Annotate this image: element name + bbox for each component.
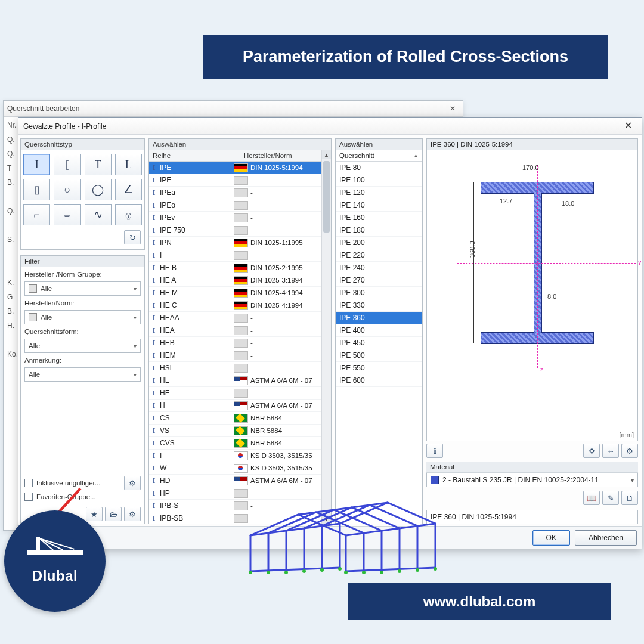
reihe-row[interactable]: ICSNBR 5884 [149, 412, 331, 425]
material-header: Material [426, 462, 638, 473]
qs-row[interactable]: IPE 500 [336, 349, 422, 362]
filter-anm-select[interactable]: Alle▾ [24, 367, 141, 382]
reihe-row[interactable]: IIPEo- [149, 199, 331, 212]
qs-row[interactable]: IPE 300 [336, 287, 422, 299]
fav-folder-icon[interactable]: 🗁 [105, 507, 122, 521]
reihe-row[interactable]: IHEA- [149, 324, 331, 337]
qs-row[interactable]: IPE 240 [336, 262, 422, 274]
type-cell-2[interactable]: T [85, 154, 112, 175]
material-select[interactable]: 2 - Baustahl S 235 JR | DIN EN 10025-2:2… [426, 473, 638, 487]
type-cell-0[interactable]: I [23, 154, 50, 175]
qs-column-header[interactable]: Querschnitt▲ [336, 150, 422, 162]
view-dim-icon[interactable]: ↔ [602, 444, 619, 458]
reihe-row[interactable]: IHP- [149, 487, 331, 500]
svg-point-10 [398, 569, 401, 573]
reihe-row[interactable]: II- [149, 249, 331, 262]
reihe-row[interactable]: IHLASTM A 6/A 6M - 07 [149, 374, 331, 387]
qs-row[interactable]: IPE 180 [336, 224, 422, 237]
reihe-row[interactable]: IWKS D 3503, 3515/35 [149, 462, 331, 475]
filter-form-select[interactable]: Alle▾ [24, 339, 141, 353]
close-button[interactable]: ✕ [619, 120, 637, 132]
filter-norm-select[interactable]: Alle▾ [24, 310, 141, 324]
mat-lib-icon[interactable]: 📖 [583, 491, 600, 505]
svg-point-5 [320, 568, 324, 572]
type-cell-7[interactable]: ∠ [115, 179, 142, 200]
chk-invalid-config-icon[interactable]: ⚙ [124, 476, 141, 490]
scroll-up-icon[interactable]: ▲ [322, 150, 331, 159]
reihe-row[interactable]: IIPE 750- [149, 224, 331, 237]
reihe-row[interactable]: IIPB-SB- [149, 512, 331, 524]
reihe-row[interactable]: IHASTM A 6/A 6M - 07 [149, 400, 331, 412]
svg-point-1 [249, 571, 252, 574]
type-cell-1[interactable]: [ [54, 154, 80, 175]
qs-row[interactable]: IPE 400 [336, 324, 422, 337]
col-reihe[interactable]: Reihe [149, 150, 240, 161]
reihe-row[interactable]: IIPNDIN 1025-1:1995 [149, 237, 331, 249]
reihe-row[interactable]: IIPEDIN 1025-5:1994 [149, 162, 331, 174]
qs-row[interactable]: IPE 270 [336, 274, 422, 287]
scroll-thumb[interactable] [323, 161, 330, 233]
qs-row[interactable]: IPE 200 [336, 237, 422, 249]
qs-row[interactable]: IPE 160 [336, 212, 422, 224]
reihe-row[interactable]: IIPEa- [149, 187, 331, 199]
reihe-row[interactable]: IHEM- [149, 349, 331, 362]
headline-banner: Parameterization of Rolled Cross-Section… [203, 35, 608, 79]
qs-row[interactable]: IPE 550 [336, 362, 422, 374]
type-cell-10[interactable]: ∿ [85, 204, 112, 225]
qs-row[interactable]: IPE 140 [336, 199, 422, 212]
qs-row[interactable]: IPE 220 [336, 249, 422, 262]
mat-edit-icon[interactable]: ✎ [602, 491, 619, 505]
scroll-down-icon[interactable]: ▼ [322, 515, 331, 524]
type-cell-8[interactable]: ⌐ [23, 204, 50, 225]
ok-button[interactable]: OK [532, 530, 570, 546]
reihe-row[interactable]: IIPE- [149, 174, 331, 187]
reihe-row[interactable]: IHE ADIN 1025-3:1994 [149, 274, 331, 287]
type-cell-11[interactable]: ⍹ [115, 204, 142, 225]
bg-window-close-icon[interactable]: ✕ [446, 104, 459, 113]
reihe-row[interactable]: ICVSNBR 5884 [149, 437, 331, 450]
section-type-grid: I[TL▯○◯∠⌐⏚∿⍹ [21, 150, 144, 228]
reihe-row[interactable]: IHEB- [149, 337, 331, 349]
reihe-row[interactable]: IHDASTM A 6/A 6M - 07 [149, 475, 331, 487]
reihe-scrollbar[interactable]: ▲ ▼ [321, 150, 331, 524]
dim-flange-thk: 12.7 [500, 197, 512, 205]
svg-point-11 [416, 568, 419, 572]
fav-open-icon[interactable]: ★ [86, 507, 103, 521]
reihe-row[interactable]: IHE- [149, 387, 331, 400]
profiles-dialog: Gewalzte Profile - I-Profile ✕ Querschni… [18, 117, 642, 549]
chk-invalid[interactable]: Inklusive ungültiger... ⚙ [24, 476, 141, 490]
reihe-row[interactable]: IVSNBR 5884 [149, 425, 331, 437]
type-cell-3[interactable]: L [115, 154, 142, 175]
qs-row[interactable]: IPE 100 [336, 174, 422, 187]
filter-group-select[interactable]: Alle▾ [24, 281, 141, 296]
type-cell-5[interactable]: ○ [54, 179, 80, 200]
qs-row[interactable]: IPE 120 [336, 187, 422, 199]
filter-anm-label: Anmerkung: [24, 357, 141, 364]
reihe-row[interactable]: IIKS D 3503, 3515/35 [149, 450, 331, 462]
col-norm[interactable]: Hersteller/Norm [240, 150, 331, 161]
qs-row[interactable]: IPE 360 [336, 312, 422, 324]
type-cell-4[interactable]: ▯ [23, 179, 50, 200]
reihe-row[interactable]: IHSL- [149, 362, 331, 374]
reihe-row[interactable]: IHE BDIN 1025-2:1995 [149, 262, 331, 274]
chk-fav[interactable]: Favoriten-Gruppe... [24, 493, 141, 501]
reihe-row[interactable]: IIPB-S- [149, 500, 331, 512]
mat-new-icon[interactable]: 🗋 [621, 491, 638, 505]
fav-config-icon[interactable]: ⚙ [124, 507, 141, 521]
type-cell-9[interactable]: ⏚ [54, 204, 80, 225]
cancel-button[interactable]: Abbrechen [575, 530, 637, 546]
reihe-row[interactable]: IHEAA- [149, 312, 331, 324]
qs-row[interactable]: IPE 330 [336, 299, 422, 312]
info-icon[interactable]: ℹ [426, 444, 443, 458]
qs-row[interactable]: IPE 600 [336, 374, 422, 387]
reihe-row[interactable]: IHE CDIN 1025-4:1994 [149, 299, 331, 312]
preview-pane: IPE 360 | DIN 1025-5:1994 y z 170.0 [426, 138, 638, 441]
reihe-row[interactable]: IIPEv- [149, 212, 331, 224]
reihe-row[interactable]: IHE MDIN 1025-4:1994 [149, 287, 331, 299]
type-cell-6[interactable]: ◯ [85, 179, 112, 200]
view-config-icon[interactable]: ⚙ [621, 444, 638, 458]
view-axes-icon[interactable]: ✥ [583, 444, 600, 458]
qs-row[interactable]: IPE 450 [336, 337, 422, 349]
qs-row[interactable]: IPE 80 [336, 162, 422, 174]
refresh-icon[interactable]: ↻ [124, 230, 141, 244]
